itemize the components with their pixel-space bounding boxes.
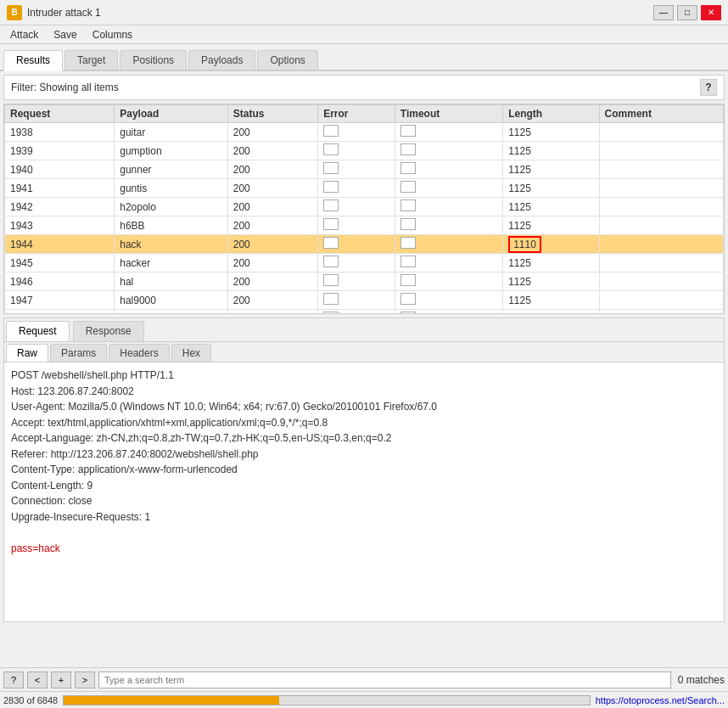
tab-target[interactable]: Target [64, 50, 118, 70]
filter-bar: Filter: Showing all items ? [3, 75, 725, 100]
cell-length: 1125 [503, 160, 599, 179]
title-bar: B Intruder attack 1 — □ ✕ [0, 0, 728, 25]
table-row[interactable]: 1940 gunner 200 1125 [5, 160, 724, 179]
subtab-request[interactable]: Request [6, 321, 70, 341]
filter-help-button[interactable]: ? [700, 79, 717, 96]
cell-status: 200 [227, 254, 317, 273]
cell-error [318, 179, 395, 198]
app-icon: B [7, 5, 22, 20]
menu-columns[interactable]: Columns [86, 27, 139, 42]
cell-timeout [395, 142, 502, 160]
results-table: Request Payload Status Error Timeout Len… [4, 104, 724, 314]
cell-error [318, 254, 395, 273]
cell-length: 1125 [503, 291, 599, 310]
col-error[interactable]: Error [318, 105, 395, 123]
cell-length: 1125 [503, 254, 599, 273]
col-status[interactable]: Status [227, 105, 317, 123]
cell-timeout [395, 216, 502, 235]
cell-request: 1946 [5, 273, 115, 291]
cell-timeout [395, 160, 502, 179]
cell-payload: hacker [115, 254, 228, 273]
close-button[interactable]: ✕ [701, 5, 721, 20]
cell-comment [599, 160, 723, 179]
cell-timeout [395, 179, 502, 198]
table-row[interactable]: 1942 h2opolo 200 1125 [5, 198, 724, 216]
innertab-params[interactable]: Params [50, 344, 107, 362]
cell-request: 1944 [5, 235, 115, 254]
window-title: Intruder attack 1 [27, 7, 101, 19]
innertab-raw[interactable]: Raw [6, 344, 48, 362]
maximize-button[interactable]: □ [677, 5, 697, 20]
table-row[interactable]: 1941 guntis 200 1125 [5, 179, 724, 198]
cell-length: 1125 [503, 179, 599, 198]
cell-length: 1125 [503, 123, 599, 142]
cell-length: 1125 [503, 310, 599, 315]
cell-request: 1945 [5, 254, 115, 273]
cell-length: 1125 [503, 273, 599, 291]
table-row[interactable]: 1938 guitar 200 1125 [5, 123, 724, 142]
table-row[interactable]: 1947 hal9000 200 1125 [5, 291, 724, 310]
cell-comment [599, 235, 723, 254]
add-button[interactable]: + [51, 671, 71, 688]
col-timeout[interactable]: Timeout [395, 105, 502, 123]
cell-payload: gumption [115, 142, 228, 160]
table-row[interactable]: 1939 gumption 200 1125 [5, 142, 724, 160]
window-controls: — □ ✕ [653, 5, 721, 20]
tab-results[interactable]: Results [3, 50, 63, 71]
table-row[interactable]: 1945 hacker 200 1125 [5, 254, 724, 273]
tab-options[interactable]: Options [257, 50, 317, 70]
col-payload[interactable]: Payload [115, 105, 228, 123]
cell-timeout [395, 273, 502, 291]
cell-status: 200 [227, 160, 317, 179]
menu-attack[interactable]: Attack [3, 27, 45, 42]
col-length[interactable]: Length [503, 105, 599, 123]
cell-error [318, 198, 395, 216]
table-row[interactable]: 1944 hack 200 1110 [5, 235, 724, 254]
cell-payload: halt [115, 310, 228, 315]
innertab-headers[interactable]: Headers [109, 344, 169, 362]
col-comment[interactable]: Comment [599, 105, 723, 123]
menu-save[interactable]: Save [47, 27, 83, 42]
request-content: POST /webshell/shell.php HTTP/1.1 Host: … [4, 362, 724, 621]
prev-button[interactable]: < [27, 671, 48, 688]
cell-comment [599, 291, 723, 310]
cell-status: 200 [227, 179, 317, 198]
cell-error [318, 235, 395, 254]
cell-payload: hack [115, 235, 228, 254]
tab-positions[interactable]: Positions [120, 50, 187, 70]
table-row[interactable]: 1943 h6BB 200 1125 [5, 216, 724, 235]
cell-status: 200 [227, 291, 317, 310]
match-count: 0 matches [678, 674, 725, 686]
results-table-container[interactable]: Request Payload Status Error Timeout Len… [3, 104, 725, 314]
cell-timeout [395, 254, 502, 273]
cell-request: 1947 [5, 291, 115, 310]
cell-request: 1941 [5, 179, 115, 198]
table-header-row: Request Payload Status Error Timeout Len… [5, 105, 724, 123]
cell-payload: guntis [115, 179, 228, 198]
cell-length: 1125 [503, 142, 599, 160]
innertab-hex[interactable]: Hex [171, 344, 211, 362]
main-tab-bar: Results Target Positions Payloads Option… [0, 44, 728, 71]
cell-error [318, 142, 395, 160]
cell-timeout [395, 291, 502, 310]
cell-timeout [395, 235, 502, 254]
search-input[interactable] [98, 671, 671, 688]
progress-bar-bg [63, 695, 591, 705]
cell-error [318, 160, 395, 179]
cell-payload: h6BB [115, 216, 228, 235]
cell-error [318, 291, 395, 310]
table-row[interactable]: 1946 hal 200 1125 [5, 273, 724, 291]
minimize-button[interactable]: — [653, 5, 674, 20]
table-row[interactable]: 1948 halt 200 1125 [5, 310, 724, 315]
next-button[interactable]: > [75, 671, 95, 688]
cell-length: 1125 [503, 198, 599, 216]
bottom-panel: Request Response Raw Params Headers Hex … [3, 317, 725, 622]
col-request[interactable]: Request [5, 105, 115, 123]
subtab-response[interactable]: Response [73, 321, 144, 341]
help-nav-button[interactable]: ? [3, 671, 24, 688]
tab-payloads[interactable]: Payloads [188, 50, 255, 70]
cell-length: 1125 [503, 216, 599, 235]
cell-request: 1948 [5, 310, 115, 315]
cell-status: 200 [227, 142, 317, 160]
cell-payload: h2opolo [115, 198, 228, 216]
